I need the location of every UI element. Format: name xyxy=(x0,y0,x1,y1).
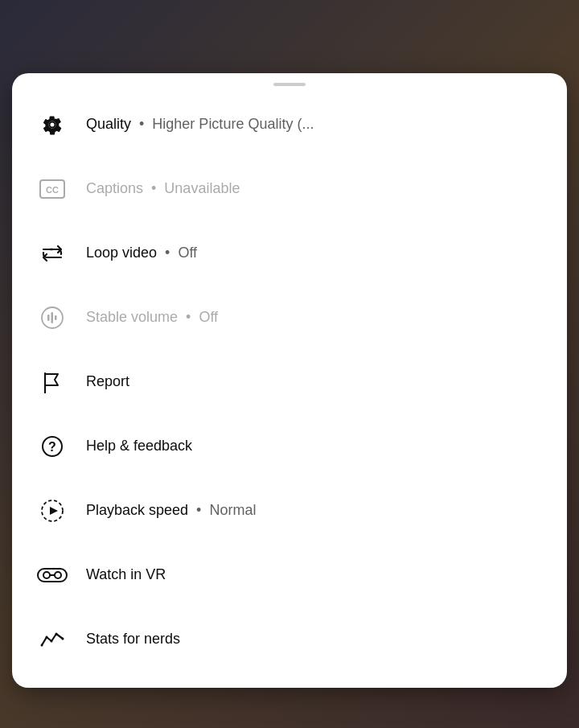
svg-text:?: ? xyxy=(48,440,56,454)
menu-item-quality[interactable]: Quality•Higher Picture Quality (... xyxy=(12,93,567,157)
menu-text-quality: Quality•Higher Picture Quality (... xyxy=(86,116,544,133)
flag-icon xyxy=(35,364,70,400)
menu-dot-stable-volume: • xyxy=(186,309,191,326)
menu-text-stable-volume: Stable volume•Off xyxy=(86,309,544,326)
menu-text-stats: Stats for nerds xyxy=(86,631,544,648)
menu-text-vr: Watch in VR xyxy=(86,566,544,583)
svg-point-17 xyxy=(46,635,48,638)
menu-value-playback-speed: Normal xyxy=(209,502,256,519)
menu-item-loop[interactable]: Loop video•Off xyxy=(12,221,567,286)
menu-label-stable-volume: Stable volume xyxy=(86,309,178,326)
menu-label-help: Help & feedback xyxy=(86,438,192,454)
svg-point-18 xyxy=(51,640,53,642)
menu-dot-quality: • xyxy=(139,116,144,133)
menu-label-stats: Stats for nerds xyxy=(86,631,180,648)
volume-wave-icon xyxy=(35,300,70,335)
menu-item-report[interactable]: Report xyxy=(12,350,567,414)
menu-label-quality: Quality xyxy=(86,116,131,133)
svg-point-16 xyxy=(41,644,43,646)
menu-text-loop: Loop video•Off xyxy=(86,245,544,261)
menu-value-quality: Higher Picture Quality (... xyxy=(152,116,314,133)
menu-text-report: Report xyxy=(86,373,544,390)
menu-label-playback-speed: Playback speed xyxy=(86,502,188,519)
gear-icon xyxy=(35,107,70,142)
svg-point-14 xyxy=(55,572,61,578)
menu-item-playback-speed[interactable]: Playback speed•Normal xyxy=(12,479,567,543)
svg-marker-11 xyxy=(50,507,58,515)
bottom-sheet: Quality•Higher Picture Quality (... CC C… xyxy=(12,73,567,688)
menu-value-loop: Off xyxy=(178,245,197,261)
drag-handle-bar xyxy=(273,83,306,86)
menu-item-captions[interactable]: CC Captions•Unavailable xyxy=(12,157,567,221)
menu-value-stable-volume: Off xyxy=(199,309,218,326)
menu-text-help: Help & feedback xyxy=(86,438,544,454)
vr-icon xyxy=(35,557,70,593)
svg-rect-4 xyxy=(47,315,50,321)
menu-value-captions: Unavailable xyxy=(164,180,240,197)
menu-item-vr[interactable]: Watch in VR xyxy=(12,543,567,607)
svg-rect-5 xyxy=(51,312,54,323)
loop-icon xyxy=(35,236,70,271)
playback-speed-icon xyxy=(35,493,70,529)
stats-icon xyxy=(35,622,70,657)
svg-point-19 xyxy=(55,632,58,635)
menu-label-loop: Loop video xyxy=(86,245,157,261)
menu-item-stable-volume[interactable]: Stable volume•Off xyxy=(12,286,567,350)
menu-label-report: Report xyxy=(86,373,129,390)
menu-text-captions: Captions•Unavailable xyxy=(86,180,544,197)
svg-rect-6 xyxy=(55,315,57,320)
cc-icon: CC xyxy=(35,171,70,207)
menu-dot-loop: • xyxy=(165,245,170,261)
menu-item-stats[interactable]: Stats for nerds xyxy=(12,607,567,672)
menu-text-playback-speed: Playback speed•Normal xyxy=(86,502,544,519)
menu-dot-playback-speed: • xyxy=(196,502,201,519)
svg-point-20 xyxy=(62,637,64,640)
help-circle-icon: ? xyxy=(35,429,70,464)
drag-handle-container xyxy=(12,73,567,93)
menu-label-captions: Captions xyxy=(86,180,143,197)
menu-label-vr: Watch in VR xyxy=(86,566,166,583)
svg-text:CC: CC xyxy=(46,185,59,195)
menu-dot-captions: • xyxy=(151,180,156,197)
menu-container: Quality•Higher Picture Quality (... CC C… xyxy=(12,93,567,672)
menu-item-help[interactable]: ? Help & feedback xyxy=(12,414,567,479)
svg-point-13 xyxy=(43,572,50,578)
